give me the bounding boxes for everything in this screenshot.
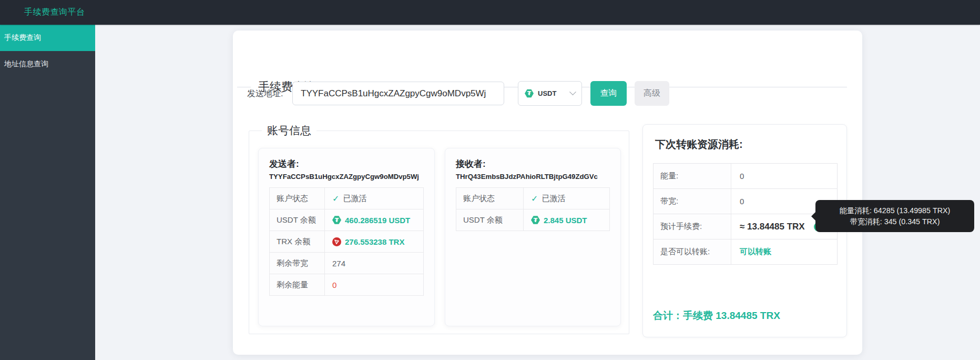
row-label: TRX 余额 (270, 231, 325, 252)
check-icon: ✓ (332, 194, 339, 204)
usdt-balance-value: 460.286519 USDT (345, 216, 410, 225)
main-card: 手续费查询 发送地址: ₮ USDT 查询 高级 账号信息 发送者: TYYFa… (233, 31, 862, 355)
table-row: USDT 余额 ₮ 460.286519 USDT (270, 209, 423, 231)
receiver-table: 账户状态 ✓ 已激活 USDT 余额 ₮ 2.845 USDT (456, 187, 610, 231)
table-row: 账户状态 ✓ 已激活 (270, 188, 423, 209)
send-address-input[interactable] (292, 82, 504, 105)
receiver-card: 接收者: THrQ43EmbsBJdzPAhioRLTBjtpG49ZdGVc … (445, 148, 621, 326)
sender-table: 账户状态 ✓ 已激活 USDT 余额 ₮ 460.286519 USDT TRX… (269, 187, 424, 296)
row-value: ₮ 2.845 USDT (524, 209, 587, 231)
token-select[interactable]: ₮ USDT (518, 81, 582, 106)
can-transfer-value: 可以转账 (740, 247, 771, 257)
row-value: 可以转账 (731, 239, 771, 264)
row-value: 0 (325, 274, 336, 295)
energy-cost-value: 0 (740, 172, 744, 181)
sidebar-item-fee-query[interactable]: 手续费查询 (0, 25, 95, 51)
sidebar-item-label: 手续费查询 (4, 33, 41, 43)
trx-balance-value: 276.553238 TRX (345, 237, 404, 246)
fee-breakdown-tooltip: 能量消耗: 64285 (13.49985 TRX) 带宽消耗: 345 (0.… (815, 200, 974, 232)
sender-card: 发送者: TYYFaCCPsB1uHgcxZAZgpyCgw9oMDvp5Wj … (258, 148, 435, 326)
chevron-down-icon (569, 88, 576, 95)
usdt-balance-value: 2.845 USDT (544, 216, 587, 225)
fee-total: 合计：手续费 13.84485 TRX (653, 309, 780, 323)
row-label: 剩余能量 (270, 274, 325, 295)
receiver-address: THrQ43EmbsBJdzPAhioRLTBjtpG49ZdGVc (456, 173, 610, 181)
status-value: 已激活 (343, 194, 366, 204)
top-bar: 手续费查询平台 (0, 0, 980, 25)
table-row: TRX 余额 276.553238 TRX (270, 231, 423, 253)
row-value: 0 (731, 164, 744, 188)
receiver-title: 接收者: (456, 158, 610, 170)
sender-title: 发送者: (269, 158, 424, 170)
sidebar: 手续费查询 地址信息查询 (0, 25, 95, 360)
row-label: USDT 余额 (456, 209, 524, 231)
row-label: 账户状态 (456, 188, 524, 209)
estimated-fee-value: ≈ 13.84485 TRX (740, 222, 805, 232)
resources-title: 下次转账资源消耗: (655, 137, 743, 152)
row-label: 账户状态 (270, 188, 325, 209)
account-info-legend: 账号信息 (262, 123, 317, 138)
row-value: ₮ 460.286519 USDT (325, 209, 410, 231)
row-label: 预计手续费: (654, 214, 731, 239)
bandwidth-value: 274 (332, 259, 345, 268)
resources-table: 能量: 0 带宽: 0 预计手续费: ≈ 13.84485 TRX ! 是否可以 (653, 163, 838, 265)
table-row: 预计手续费: ≈ 13.84485 TRX ! (654, 214, 837, 239)
table-row: 带宽: 0 (654, 189, 837, 214)
tether-icon: ₮ (332, 216, 341, 225)
tether-icon: ₮ (525, 89, 534, 98)
tron-icon (332, 237, 341, 246)
row-value: 274 (325, 253, 345, 274)
row-value: ✓ 已激活 (524, 188, 565, 209)
advanced-button[interactable]: 高级 (635, 81, 669, 106)
row-label: 能量: (654, 164, 731, 188)
tooltip-line: 带宽消耗: 345 (0.345 TRX) (850, 216, 940, 227)
status-value: 已激活 (542, 194, 565, 204)
table-row: 是否可以转账: 可以转账 (654, 239, 837, 265)
send-address-label: 发送地址: (247, 82, 283, 105)
table-row: 剩余能量 0 (270, 274, 423, 296)
row-value: ✓ 已激活 (325, 188, 366, 209)
row-value: ≈ 13.84485 TRX ! (731, 214, 823, 239)
tether-icon: ₮ (531, 216, 540, 225)
account-info-section: 账号信息 发送者: TYYFaCCPsB1uHgcxZAZgpyCgw9oMDv… (249, 131, 629, 334)
app-brand: 手续费查询平台 (24, 0, 85, 25)
table-row: USDT 余额 ₮ 2.845 USDT (456, 209, 609, 231)
row-label: 带宽: (654, 189, 731, 214)
sidebar-item-address-info[interactable]: 地址信息查询 (0, 51, 95, 77)
row-value: 276.553238 TRX (325, 231, 404, 252)
row-label: 剩余带宽 (270, 253, 325, 274)
table-row: 剩余带宽 274 (270, 253, 423, 274)
sender-address: TYYFaCCPsB1uHgcxZAZgpyCgw9oMDvp5Wj (269, 173, 424, 181)
bandwidth-cost-value: 0 (740, 197, 744, 206)
row-label: 是否可以转账: (654, 239, 731, 264)
token-select-value: USDT (538, 89, 556, 97)
sidebar-item-label: 地址信息查询 (4, 59, 48, 69)
row-label: USDT 余额 (270, 209, 325, 231)
energy-value: 0 (332, 281, 336, 289)
check-icon: ✓ (531, 194, 538, 204)
tooltip-line: 能量消耗: 64285 (13.49985 TRX) (840, 205, 951, 216)
query-button[interactable]: 查询 (590, 81, 627, 106)
row-value: 0 (731, 189, 744, 214)
tooltip-arrow-icon (811, 212, 815, 221)
table-row: 能量: 0 (654, 164, 837, 189)
table-row: 账户状态 ✓ 已激活 (456, 188, 609, 209)
